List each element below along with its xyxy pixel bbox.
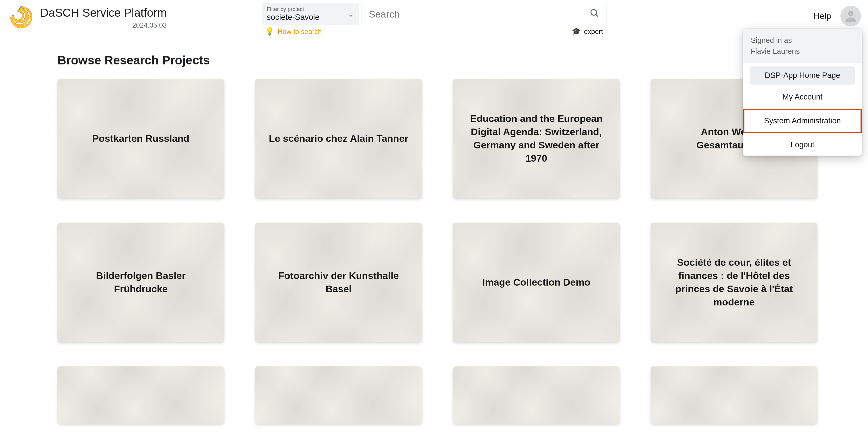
project-card[interactable]: Image Collection Demo xyxy=(453,223,620,342)
project-card[interactable]: Fotoarchiv der Kunsthalle Basel xyxy=(255,223,422,342)
graduation-cap-icon: 🎓 xyxy=(572,27,581,36)
how-to-search-label: How to search xyxy=(278,28,321,36)
project-card[interactable] xyxy=(651,367,817,424)
project-card[interactable]: Postkarten Russland xyxy=(58,79,224,199)
page-heading: Browse Research Projects xyxy=(58,54,810,67)
project-title: Bilderfolgen Basler Frühdrucke xyxy=(69,269,213,296)
app-header: DaSCH Service Platform 2024.05.03 Filter… xyxy=(0,0,868,37)
svg-point-0 xyxy=(591,9,597,15)
expert-label: expert xyxy=(584,28,603,36)
project-title: Fotoarchiv der Kunsthalle Basel xyxy=(267,269,410,296)
search-row: Filter by project societe-Savoie ⌄ xyxy=(261,3,607,25)
menu-item-home[interactable]: DSP-App Home Page xyxy=(750,66,855,85)
project-card[interactable]: Education and the European Digital Agend… xyxy=(453,79,620,199)
search-box xyxy=(362,3,607,25)
how-to-search-link[interactable]: 💡 How to search xyxy=(265,27,321,36)
page-content: Browse Research Projects Postkarten Russ… xyxy=(0,37,868,435)
project-card[interactable] xyxy=(453,367,620,424)
lightbulb-icon: 💡 xyxy=(265,27,274,36)
menu-item-system-administration[interactable]: System Administration xyxy=(743,109,862,133)
search-block: Filter by project societe-Savoie ⌄ 💡 How… xyxy=(261,3,607,36)
signed-in-label: Signed in as xyxy=(751,35,854,46)
project-card[interactable]: Société de cour, élites et finances : de… xyxy=(651,223,817,342)
dasch-logo-icon xyxy=(7,3,36,32)
help-link[interactable]: Help xyxy=(813,11,831,21)
svg-point-2 xyxy=(848,11,854,16)
filter-value: societe-Savoie xyxy=(267,12,320,22)
logo-block: DaSCH Service Platform 2024.05.03 xyxy=(7,3,167,32)
project-grid: Postkarten Russland Le scénario chez Ala… xyxy=(58,79,810,424)
menu-item-account[interactable]: My Account xyxy=(743,86,862,108)
project-title: Le scénario chez Alain Tanner xyxy=(269,132,408,145)
search-input[interactable] xyxy=(369,9,589,20)
filter-label: Filter by project xyxy=(267,6,320,12)
app-title: DaSCH Service Platform xyxy=(40,5,167,20)
project-card[interactable]: Bilderfolgen Basler Frühdrucke xyxy=(58,223,224,342)
app-version: 2024.05.03 xyxy=(132,21,167,29)
project-filter-dropdown[interactable]: Filter by project societe-Savoie ⌄ xyxy=(261,3,359,25)
svg-line-1 xyxy=(596,14,598,17)
header-right: Help xyxy=(813,6,861,26)
chevron-down-icon: ⌄ xyxy=(348,10,354,19)
hints-row: 💡 How to search 🎓 expert xyxy=(261,25,607,36)
title-block: DaSCH Service Platform 2024.05.03 xyxy=(40,5,167,29)
project-card[interactable] xyxy=(58,367,224,424)
project-card[interactable]: Le scénario chez Alain Tanner xyxy=(255,79,422,199)
project-card[interactable] xyxy=(255,367,422,424)
signed-in-username: Flavie Laurens xyxy=(751,46,854,57)
user-menu-dropdown: Signed in as Flavie Laurens DSP-App Home… xyxy=(743,29,862,155)
project-title: Postkarten Russland xyxy=(92,132,189,145)
search-icon[interactable] xyxy=(589,8,599,21)
menu-item-logout[interactable]: Logout xyxy=(743,134,862,155)
project-title: Société de cour, élites et finances : de… xyxy=(662,256,806,309)
expert-mode-link[interactable]: 🎓 expert xyxy=(572,27,603,36)
project-title: Education and the European Digital Agend… xyxy=(464,112,608,165)
user-avatar[interactable] xyxy=(840,6,861,26)
project-title: Image Collection Demo xyxy=(482,276,590,289)
menu-header: Signed in as Flavie Laurens xyxy=(743,29,862,63)
